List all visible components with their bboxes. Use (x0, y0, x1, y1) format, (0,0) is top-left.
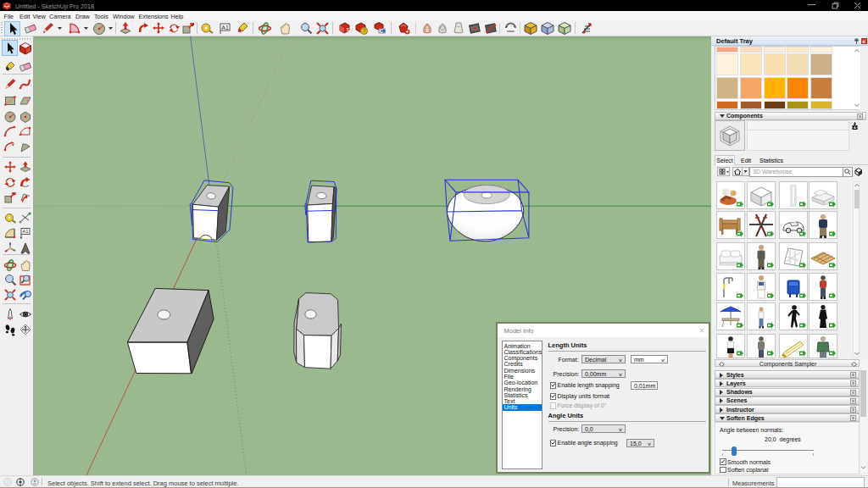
svg-text:A1: A1 (221, 25, 229, 30)
svg-text:?: ? (363, 28, 366, 34)
svg-text:A1: A1 (22, 229, 29, 234)
svg-text:S: S (347, 27, 350, 32)
svg-text:?: ? (6, 480, 9, 485)
